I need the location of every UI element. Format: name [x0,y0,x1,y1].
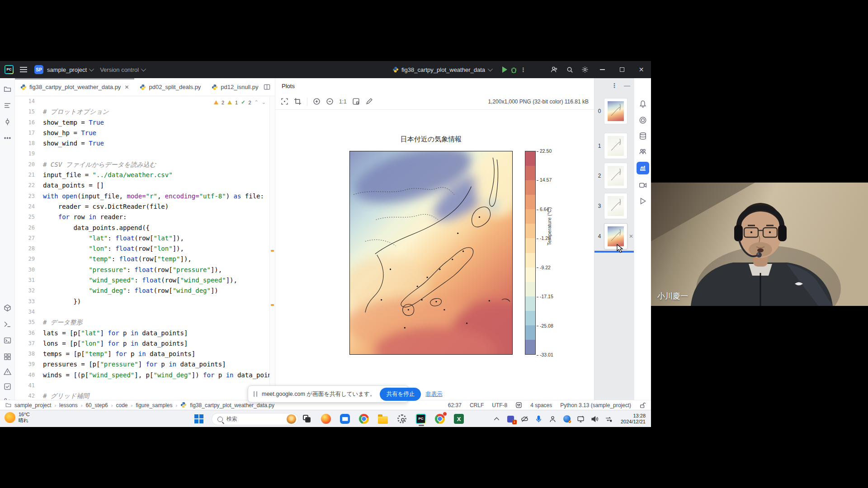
editor-scrollbar[interactable] [269,96,275,400]
notifications-tool-icon[interactable] [639,100,647,108]
code-line[interactable]: 24 reader = csv.DictReader(file) [15,202,275,212]
speaker-tray-icon[interactable] [591,415,599,423]
commit-icon[interactable] [4,118,11,126]
editor-tab[interactable]: pd02_split_deals.py [134,78,206,96]
plot-thumbnail[interactable]: 3 [594,192,634,220]
display-tray-icon[interactable] [577,415,585,423]
code-line[interactable]: 18show_wind = True [15,138,275,149]
run-config-name[interactable]: fig38_cartpy_plot_weather_data [401,66,485,73]
remove-plot-icon[interactable]: ✕ [629,233,633,239]
excel-app-icon[interactable]: X [453,413,465,425]
teams-tray-icon[interactable]: 1 [507,415,515,423]
code-line[interactable]: 35# データ整形 [15,317,275,328]
code-line[interactable]: 19 [15,149,275,159]
indent-widget[interactable]: 4 spaces [530,402,552,408]
code-line[interactable]: 28 "lon": float(row["lon"]), [15,244,275,254]
code-line[interactable]: 29 "temp": float(row["temp"]), [15,254,275,264]
chrome-app-icon[interactable] [358,413,370,425]
add-user-button[interactable] [547,61,562,78]
warning-mark[interactable] [271,250,274,252]
blue-orb-tray-icon[interactable] [563,415,571,423]
actual-size-button[interactable]: 1:1 [339,99,347,105]
code-line[interactable]: 17show_hp = True [15,128,275,138]
taskbar-search-input[interactable]: 検索 [212,413,298,425]
caret-position-widget[interactable]: 62:37 [448,402,462,408]
onedrive-paused-tray-icon[interactable] [521,415,529,423]
vcs-selector[interactable]: Version control [96,61,148,78]
code-line[interactable]: 36lats = [p["lat"] for p in data_points] [15,328,275,338]
close-button[interactable]: ✕ [632,61,651,78]
project-badge[interactable]: SP [34,65,43,74]
code-line[interactable]: 32 "wind_deg": float(row["wind_deg"]) [15,286,275,296]
more-icon[interactable] [4,134,11,142]
code-line[interactable]: 21input_file = "../data/weather.csv" [15,170,275,180]
close-tab-icon[interactable]: ✕ [124,84,129,90]
inspections-widget[interactable]: 2 1 ✓2 ⌃⌄ [212,99,268,106]
code-editor[interactable]: 1415# プロットオプション16show_temp = True17show_… [15,96,275,400]
breadcrumb-item[interactable]: sample_project [14,402,51,408]
packages-icon[interactable] [4,304,11,312]
code-line[interactable]: 22data_points = [] [15,180,275,191]
minimize-button[interactable] [593,61,612,78]
plots-options-icon[interactable]: ⋮ [611,82,618,89]
code-line[interactable]: 34 [15,307,275,317]
interpreter-widget[interactable]: Python 3.13 (sample_project) [560,402,631,408]
fit-to-view-icon[interactable] [281,98,288,105]
services-icon[interactable] [4,353,11,361]
taskbar-weather-widget[interactable]: 16°C 晴れ [5,412,30,423]
microphone-tray-icon[interactable] [535,415,543,423]
task-view-app-icon[interactable] [301,413,313,425]
browser-notify-app-icon[interactable] [434,413,446,425]
start-button[interactable] [194,414,203,423]
breadcrumb-item[interactable]: fig38_cartpy_plot_weather_data.py [190,402,274,408]
crop-icon[interactable] [294,98,302,105]
database-tool-icon[interactable] [639,132,647,140]
settings-app-icon[interactable] [396,413,408,425]
code-line[interactable]: 39pressures = [p["pressure"] for p in da… [15,359,275,370]
editor-tab[interactable]: pd12_isnull.py [206,78,264,96]
plot-thumbnail[interactable]: 0 [594,97,634,125]
pause-icon[interactable] [254,391,257,397]
mail-app-icon[interactable] [339,413,351,425]
firefox-app-icon[interactable] [320,413,332,425]
plots-tool-icon[interactable] [637,162,649,174]
project-folder-icon[interactable] [4,85,11,93]
unlocked-icon[interactable] [639,402,646,408]
people-tray-icon[interactable] [549,415,557,423]
breadcrumb-item[interactable]: figure_samples [136,402,172,408]
plugin-widget-icon[interactable] [515,402,522,408]
code-line[interactable]: 16show_temp = True [15,117,275,128]
code-line[interactable]: 41 [15,380,275,391]
project-selector[interactable]: sample_project [43,61,96,78]
breadcrumb-item[interactable]: code [116,402,127,408]
problems-icon[interactable] [4,368,11,375]
search-everywhere-button[interactable] [562,61,577,78]
zoom-out-icon[interactable] [326,98,334,105]
stop-sharing-button[interactable]: 共有を停止 [380,388,421,401]
run-tool-icon[interactable] [639,197,647,205]
python-console-icon[interactable] [4,320,11,328]
taskbar-clock[interactable]: 13:28 2024/12/21 [621,413,646,425]
todo-icon[interactable] [4,383,11,390]
code-line[interactable]: 23with open(input_file, mode="r", encodi… [15,191,275,202]
code-line[interactable]: 40winds = [(p["wind_speed"], p["wind_deg… [15,370,275,380]
warning-mark[interactable] [271,304,274,306]
terminal-icon[interactable] [4,337,11,344]
hide-banner-link[interactable]: 非表示 [425,390,443,398]
split-editor-icon[interactable] [264,84,270,90]
code-line[interactable]: 31 "wind_speed": float(row["wind_speed"]… [15,275,275,286]
debug-button[interactable] [510,66,518,74]
code-line[interactable]: 27 "lat": float(row["lat"]), [15,233,275,244]
code-line[interactable]: 42# グリッド補間 [15,391,275,400]
code-line[interactable]: 33 }) [15,296,275,307]
collaboration-tool-icon[interactable] [639,147,647,155]
more-actions-button[interactable]: ⋮ [520,66,527,73]
meetings-tool-icon[interactable] [639,181,647,189]
structure-icon[interactable] [4,102,11,109]
breadcrumb-item[interactable]: 60_step6 [85,402,108,408]
ime-tray-icon[interactable] [605,415,613,423]
line-separator-widget[interactable]: CRLF [470,402,484,408]
settings-gear-button[interactable] [577,61,593,78]
editor-tab[interactable]: fig38_cartpy_plot_weather_data.py✕ [15,78,134,96]
resize-image-icon[interactable] [352,98,360,105]
